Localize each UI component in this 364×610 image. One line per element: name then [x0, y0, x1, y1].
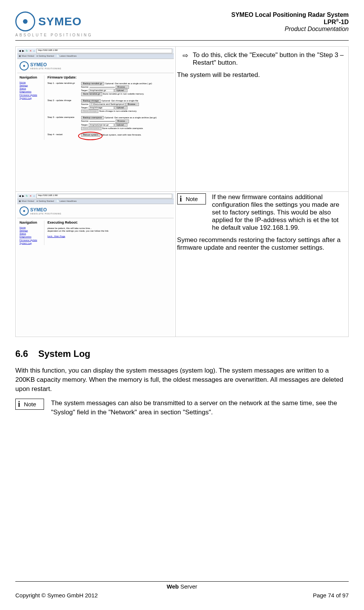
doc-title-block: SYMEO Local Positioning Radar System LPR…: [231, 11, 349, 33]
info-icon: i: [18, 400, 20, 409]
result-text: The system will be restarted.: [177, 71, 347, 79]
footer-center: Web Server: [15, 581, 349, 590]
logo-icon: [15, 11, 35, 31]
doc-title-line3: Product Documentation: [231, 26, 349, 33]
browser-toolbar: ◀▶↻✕⌂ http://192.168.1.99/: [17, 48, 174, 54]
nav-link[interactable]: System Log: [20, 242, 42, 245]
highlight-oval-icon: [78, 132, 103, 140]
nav-link[interactable]: Status: [20, 87, 42, 90]
nav-link[interactable]: System Log: [20, 97, 42, 100]
section-heading: 6.6System Log: [15, 348, 349, 359]
page-footer: Web Server Copyright © Symeo GmbH 2012 P…: [15, 581, 349, 599]
nav-link[interactable]: Diagnostics: [20, 90, 42, 93]
step-4: Step 4 - restart Reboot system Reboot sy…: [47, 133, 171, 137]
instruction-text: To do this, click the "Execute" button i…: [193, 51, 347, 67]
target-input[interactable]: /tmp/zImage: [89, 106, 114, 110]
nav-link[interactable]: Status: [20, 232, 42, 235]
store-button[interactable]: Store ramdisk.gz: [81, 92, 102, 96]
note-text: If the new firmware contains additional …: [212, 193, 347, 232]
step-2: Step 2 - update zImage Backup zImage Opt…: [47, 99, 171, 113]
table-row: ◀▶↻✕⌂ http://192.168.1.99/ ▣ Most Visite…: [16, 192, 349, 337]
step-3: Step 3 - update userspace Backup userspa…: [47, 116, 171, 130]
target-input[interactable]: /tmp/swUser.tar.gz: [89, 123, 114, 127]
store-button[interactable]: Store zImage: [81, 110, 99, 113]
backup-button[interactable]: Backup userspace: [81, 116, 104, 119]
screenshot-executing-reboot: ◀▶↻✕⌂ http://192.168.1.99/ ▣ Most Visite…: [16, 192, 176, 337]
mini-main: Firmware Update: Step 1 - update ramdisk…: [47, 75, 171, 140]
doc-title-line2: LPR®-1D: [231, 18, 349, 26]
browse-button[interactable]: Browse...: [116, 119, 129, 123]
nav-link[interactable]: Settings: [20, 84, 42, 87]
note-row: i Note The system messages can also be t…: [15, 399, 349, 417]
browse-button[interactable]: Browse...: [116, 85, 129, 89]
back-link[interactable]: back...Main Page: [47, 235, 65, 237]
backup-button[interactable]: Backup zImage: [81, 99, 101, 103]
browse-button[interactable]: Browse...: [126, 103, 139, 106]
mini-logo: SYMEO ABSOLUTE POSITIONING: [17, 204, 174, 218]
upload-button[interactable]: Upload...: [114, 106, 127, 110]
step-1: Step 1 - update ramdisk.gz Backup ramdis…: [47, 82, 171, 96]
source-input[interactable]: C:\Documents and Settings\prod: [90, 103, 125, 106]
copyright-text: Copyright © Symeo GmbH 2012: [15, 592, 98, 599]
upload-button[interactable]: Upload...: [114, 89, 127, 92]
address-bar: http://192.168.1.99/: [36, 49, 172, 53]
nav-link[interactable]: Firmware Update: [20, 94, 42, 96]
store-button[interactable]: Save userspace: [81, 127, 101, 130]
arrow-icon: ⇨: [183, 51, 188, 67]
recommendation-text: Symeo recommends restoring the factory s…: [177, 236, 347, 252]
screenshot-firmware-update: ◀▶↻✕⌂ http://192.168.1.99/ ▣ Most Visite…: [16, 47, 176, 192]
upload-button[interactable]: Upload...: [114, 123, 127, 127]
table-row: ◀▶↻✕⌂ http://192.168.1.99/ ▣ Most Visite…: [16, 47, 349, 192]
section-paragraph: With this function, you can display the …: [15, 366, 349, 393]
text-cell-row1: ⇨ To do this, click the "Execute" button…: [175, 47, 348, 192]
nav-link[interactable]: Settings: [20, 229, 42, 232]
bookmarks-bar: ▣ Most Visited ● Getting Started 📄 Lates…: [17, 54, 174, 59]
nav-link[interactable]: Home: [20, 81, 42, 84]
source-input[interactable]: [90, 121, 115, 122]
browser-toolbar: ◀▶↻✕⌂ http://192.168.1.99/: [17, 193, 174, 199]
note-badge: i Note: [177, 193, 206, 204]
note-text: The system messages can also be transmit…: [51, 399, 349, 417]
page-header: SYMEO ABSOLUTE POSITIONING SYMEO Local P…: [15, 11, 349, 41]
text-cell-row2: i Note If the new firmware contains addi…: [175, 192, 348, 337]
nav-link[interactable]: Firmware Update: [20, 239, 42, 242]
mini-nav: Navigation Home Settings Status Diagnost…: [20, 221, 44, 245]
page-number: Page 74 of 97: [313, 592, 349, 599]
bookmarks-bar: ▣ Most Visited ● Getting Started 📄 Lates…: [17, 199, 174, 204]
mini-main: Executing Reboot: please be patient, thi…: [47, 221, 171, 245]
info-icon: i: [180, 195, 182, 203]
content-table: ◀▶↻✕⌂ http://192.168.1.99/ ▣ Most Visite…: [15, 46, 349, 337]
logo-block: SYMEO ABSOLUTE POSITIONING: [15, 11, 93, 37]
logo-tagline: ABSOLUTE POSITIONING: [15, 33, 93, 37]
target-input[interactable]: /tmp/ramdisk.gz: [89, 89, 114, 92]
source-input[interactable]: [90, 87, 115, 88]
nav-link[interactable]: Diagnostics: [20, 235, 42, 238]
doc-title-line1: SYMEO Local Positioning Radar System: [231, 11, 349, 18]
note-badge: i Note: [15, 399, 44, 410]
address-bar: http://192.168.1.99/: [36, 194, 172, 198]
backup-button[interactable]: Backup ramdisk.gz: [81, 82, 104, 85]
mini-logo: SYMEO ABSOLUTE POSITIONING: [17, 59, 174, 73]
nav-link[interactable]: Home: [20, 226, 42, 229]
mini-nav: Navigation Home Settings Status Diagnost…: [20, 75, 44, 140]
logo-text: SYMEO: [38, 15, 82, 28]
